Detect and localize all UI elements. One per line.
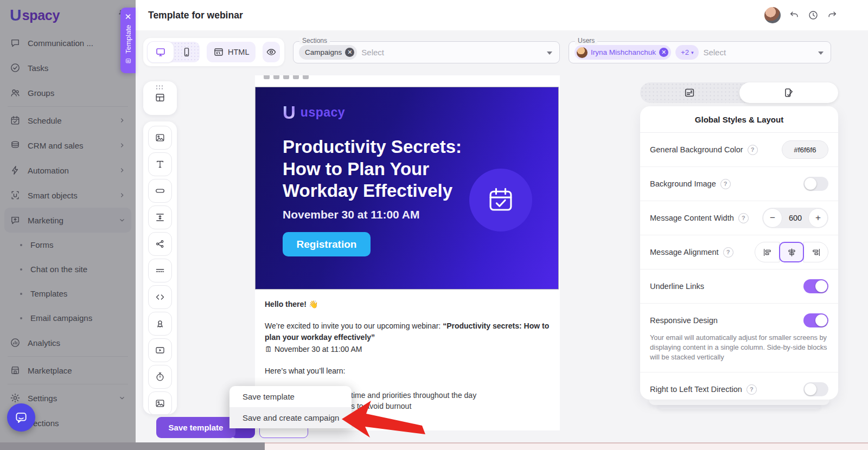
topbar-actions — [764, 0, 838, 30]
stacked-card — [649, 400, 829, 405]
view-mode-card: HTML — [143, 38, 284, 66]
user-avatar[interactable] — [764, 7, 781, 23]
align-left-button[interactable] — [755, 242, 780, 262]
tool-timer-button[interactable] — [148, 365, 172, 389]
toggle-off[interactable] — [803, 177, 828, 191]
styles-tab-icon — [783, 87, 795, 99]
user-chip[interactable]: Iryna Mishchanchuk ✕ — [575, 45, 671, 60]
mobile-view-button[interactable] — [174, 42, 200, 62]
image-icon — [155, 398, 165, 409]
tool-text-button[interactable] — [148, 152, 172, 176]
greeting-text: Hello there! 👋 — [265, 299, 552, 311]
panel-row-label: Message Content Width — [650, 214, 734, 222]
device-segmented-control — [148, 42, 200, 62]
menu-item-save-template[interactable]: Save template — [229, 386, 352, 407]
history-icon[interactable] — [808, 10, 819, 21]
users-select-label: Users — [575, 37, 597, 44]
close-icon[interactable]: ✕ — [125, 12, 132, 21]
desktop-view-button[interactable] — [148, 42, 174, 62]
banner-logo: U uspacy — [283, 104, 345, 121]
image-icon — [155, 132, 165, 143]
background-color-value[interactable]: #f6f6f6 — [782, 140, 828, 159]
more-users-chip[interactable]: +2▾ — [675, 45, 699, 60]
chat-bubble-button[interactable] — [7, 403, 35, 432]
panel-row-label: Right to Left Text Direction — [650, 385, 742, 394]
panel-row: Responsive DesignYour email will automat… — [640, 303, 838, 372]
social-icon — [155, 239, 165, 249]
sections-select[interactable]: Sections Campaigns ✕ Select — [293, 41, 560, 63]
align-center-button[interactable] — [779, 242, 804, 262]
alignment-group — [755, 242, 828, 262]
tool-code-button[interactable] — [148, 285, 172, 309]
toggle-on[interactable] — [803, 313, 828, 327]
preview-button[interactable] — [263, 42, 280, 62]
toggle-off[interactable] — [803, 382, 828, 396]
email-banner-image[interactable]: U uspacy Productivity Secrets:How to Pla… — [255, 87, 559, 290]
annotation-arrow — [340, 397, 427, 441]
chevron-down-icon[interactable] — [818, 52, 824, 55]
calendar-check-icon — [486, 185, 515, 215]
undo-icon[interactable] — [789, 10, 800, 21]
help-icon[interactable]: ? — [720, 179, 731, 189]
banner-title: Productivity Secrets:How to Plan YourWor… — [283, 136, 462, 202]
panel-row: Message Alignment? — [640, 235, 838, 269]
chat-icon — [14, 410, 28, 425]
sections-select-label: Sections — [299, 37, 330, 44]
users-select[interactable]: Users Iryna Mishchanchuk ✕ +2▾ Select — [569, 41, 831, 63]
tool-social-button[interactable] — [148, 232, 172, 256]
tool-video-button[interactable] — [148, 338, 172, 362]
panel-title: Global Styles & Layout — [640, 106, 838, 133]
toggle-on[interactable] — [803, 279, 828, 293]
align-right-button[interactable] — [803, 242, 828, 262]
template-icon — [125, 57, 132, 65]
panel-row: General Background Color?#f6f6f6 — [640, 133, 838, 166]
clipped-block-toolbar — [264, 75, 309, 80]
panel-row: Underline Links — [640, 269, 838, 303]
width-value: 600 — [783, 214, 808, 222]
drag-handle-icon[interactable] — [156, 85, 164, 91]
users-placeholder: Select — [703, 48, 726, 57]
help-icon[interactable]: ? — [723, 247, 733, 258]
block-tool-card[interactable] — [143, 81, 177, 115]
stacked-card — [658, 405, 821, 409]
date-line: 🗓 November 30 at 11:00 AM — [265, 345, 362, 353]
learn-text: Here’s what you’ll learn: — [265, 365, 552, 377]
redo-icon[interactable] — [827, 10, 838, 21]
tool-image-button[interactable] — [148, 126, 172, 150]
tool-button-button[interactable] — [148, 179, 172, 203]
tool-spacer-button[interactable] — [148, 205, 172, 229]
monitor-icon — [155, 47, 166, 57]
eye-icon — [266, 47, 277, 57]
email-body: Hello there! 👋 We’re excited to invite y… — [265, 299, 552, 387]
tab-email-settings[interactable] — [640, 82, 739, 103]
tool-divider-button[interactable] — [148, 259, 172, 282]
email-canvas[interactable]: U uspacy Productivity Secrets:How to Pla… — [255, 75, 560, 430]
tool-image-button[interactable] — [148, 391, 172, 414]
registration-button[interactable]: Registration — [283, 232, 371, 256]
sections-placeholder: Select — [361, 48, 384, 57]
template-drawer-tab[interactable]: ✕ Template — [120, 8, 136, 73]
decrement-button[interactable]: − — [763, 208, 782, 228]
panel-row-label: Responsive Design — [650, 316, 718, 325]
chevron-down-icon[interactable] — [547, 52, 552, 55]
page-title: Template for webinar — [148, 10, 243, 21]
html-view-button[interactable]: HTML — [207, 42, 256, 62]
sidebar-dim-overlay — [0, 0, 136, 442]
spacer-icon — [155, 212, 165, 223]
layout-blocks-icon — [155, 92, 165, 103]
phone-icon — [181, 47, 192, 57]
panel-row-label: Background Image — [650, 179, 716, 188]
increment-button[interactable]: + — [808, 208, 828, 228]
help-icon[interactable]: ? — [746, 384, 757, 395]
tab-styles-settings[interactable] — [739, 82, 839, 103]
remove-chip-icon[interactable]: ✕ — [659, 48, 668, 57]
help-icon[interactable]: ? — [748, 145, 758, 155]
tool-ribbon-button[interactable] — [148, 312, 172, 336]
menu-item-save-and-create-campaign[interactable]: Save and create campaign — [229, 407, 352, 428]
remove-chip-icon[interactable]: ✕ — [345, 48, 354, 57]
sections-chip[interactable]: Campaigns ✕ — [299, 45, 357, 60]
banner-date: November 30 at 11:00 AM — [283, 208, 420, 221]
top-bar: Template for webinar — [136, 0, 868, 30]
help-icon[interactable]: ? — [738, 213, 749, 223]
save-template-button[interactable]: Save template — [156, 417, 235, 438]
